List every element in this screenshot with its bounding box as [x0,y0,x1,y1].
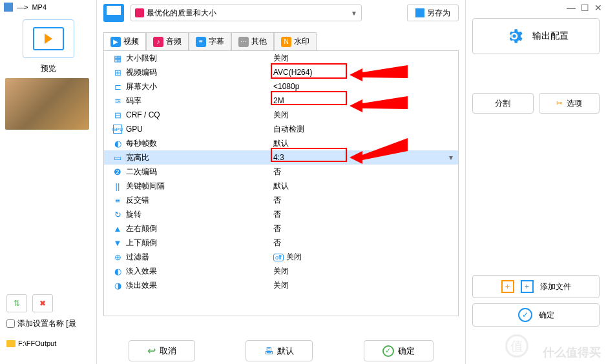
dest-format: MP4 [32,3,47,11]
add-folder-icon: + [501,280,514,293]
row-fps[interactable]: ◐每秒帧数默认 [104,136,458,150]
preview-button[interactable] [23,19,74,58]
add-settings-name-checkbox[interactable] [6,319,15,328]
tabs: ▶视频 ♪音频 ≡字幕 ⋯其他 N水印 [103,32,459,50]
row-gpu[interactable]: GPUGPU自动检测 [104,122,458,136]
tab-audio[interactable]: ♪音频 [146,32,189,50]
tab-watermark[interactable]: N水印 [274,32,317,50]
add-files-button[interactable]: + + 添加文件 [472,275,600,298]
save-as-button[interactable]: 另存为 [407,5,459,21]
chevron-down-icon: ▾ [449,153,453,162]
back-arrow-icon: ↩ [147,345,156,357]
confirm-button[interactable]: ✓ 确定 [472,303,600,327]
preview-label: 预览 [0,63,96,74]
device-icon [103,4,124,22]
gear-icon [504,26,525,46]
row-flip-h[interactable]: ▲左右颠倒否 [104,221,458,236]
add-settings-label: 添加设置名称 [最 [17,318,76,329]
folder-icon [6,340,16,347]
output-path-button[interactable]: F:\FFOutput [6,339,56,347]
other-icon: ⋯ [238,37,249,47]
preset-label: 最优化的质量和大小 [147,8,216,19]
tab-other[interactable]: ⋯其他 [231,32,274,50]
source-file-icon [4,3,13,12]
tab-subtitle[interactable]: ≡字幕 [189,32,231,50]
center-panel: 最优化的质量和大小 ▼ 另存为 ▶视频 ♪音频 ≡字幕 ⋯其他 N水印 ▦大小限… [97,0,465,364]
default-icon: 🖶 [264,346,273,356]
maximize-button[interactable]: ☐ [581,3,589,13]
scissors-icon: ✂ [556,99,563,108]
quality-preset-dropdown[interactable]: 最优化的质量和大小 ▼ [131,5,362,21]
tab-video[interactable]: ▶视频 [103,32,146,50]
delete-button[interactable]: ✖ [32,294,53,312]
row-size-limit[interactable]: ▦大小限制关闭 [104,51,458,65]
row-crf[interactable]: ⊟CRF / CQ关闭 [104,108,458,122]
format-bar: —> MP4 [0,0,96,14]
minimize-button[interactable]: — [567,3,576,13]
subtitle-icon: ≡ [196,37,206,47]
play-icon [45,34,52,44]
row-fade-out[interactable]: ◑淡出效果关闭 [104,278,458,292]
output-config-button[interactable]: 输出配置 [472,18,600,54]
row-screen-size[interactable]: ⊏屏幕大小<1080p [104,79,458,94]
output-path: F:\FFOutput [18,339,56,347]
options-button[interactable]: ✂选项 [539,93,600,114]
row-filter[interactable]: ⊕过滤器off关闭 [104,250,458,264]
arrow-separator: —> [17,3,28,11]
watermark-text: 什么值得买 [543,345,601,360]
save-icon [415,8,424,17]
row-fade-in[interactable]: ◐淡入效果关闭 [104,264,458,278]
row-deinterlace[interactable]: ≡反交错否 [104,193,458,207]
check-icon: ✓ [382,345,394,357]
split-merge-button[interactable]: ⇅ [6,294,27,312]
save-as-label: 另存为 [427,8,450,19]
ok-button[interactable]: ✓确定 [364,340,434,361]
watermark-icon: N [281,37,291,47]
row-two-pass[interactable]: ❷二次编码否 [104,165,458,179]
default-button[interactable]: 🖶默认 [246,340,313,361]
video-thumbnail[interactable] [5,78,89,130]
right-panel: — ☐ ✕ 输出配置 分割 ✂选项 + + 添加文件 ✓ 确定 [465,0,606,364]
add-file-icon: + [521,280,534,293]
watermark-logo: 值 [505,334,528,358]
preset-icon [135,8,144,17]
output-config-label: 输出配置 [532,30,569,42]
close-button[interactable]: ✕ [594,3,602,13]
settings-list: ▦大小限制关闭 ⊞视频编码AVC(H264) ⊏屏幕大小<1080p ≋码率2M… [103,50,459,316]
chevron-down-icon: ▼ [351,10,357,17]
row-aspect-ratio[interactable]: ▭宽高比4:3▾ [104,150,458,165]
split-button[interactable]: 分割 [472,93,534,114]
video-icon: ▶ [110,37,121,47]
audio-icon: ♪ [153,37,163,47]
row-keyframe[interactable]: ||关键帧间隔默认 [104,179,458,193]
row-video-codec[interactable]: ⊞视频编码AVC(H264) [104,65,458,79]
row-bitrate[interactable]: ≋码率2M [104,94,458,108]
cancel-button[interactable]: ↩取消 [129,340,195,361]
row-rotate[interactable]: ↻旋转否 [104,207,458,221]
left-panel: —> MP4 预览 ⇅ ✖ 添加设置名称 [最 F:\FFOutput [0,0,97,364]
row-flip-v[interactable]: ▼上下颠倒否 [104,236,458,250]
check-circle-icon: ✓ [518,308,532,322]
